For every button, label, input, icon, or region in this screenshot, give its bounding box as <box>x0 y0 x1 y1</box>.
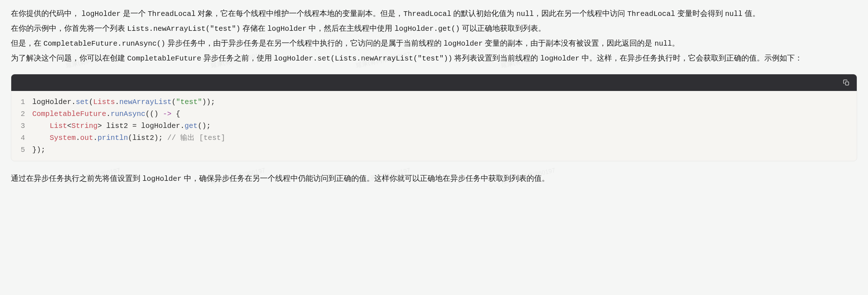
inline-code: null <box>654 40 672 48</box>
text: 中，然后在主线程中使用 <box>307 24 395 32</box>
text: 存储在 <box>240 24 268 32</box>
inline-code: logHolder.get() <box>394 25 460 33</box>
text: 中。这样，在异步任务执行时，它会获取到正确的值。示例如下： <box>579 54 802 62</box>
copy-icon <box>843 79 850 86</box>
inline-code: ThreadLocal <box>627 10 675 18</box>
text: 在你提供的代码中， <box>11 9 82 17</box>
explanation-text: 在你提供的代码中， logHolder 是一个 ThreadLocal 对象，它… <box>11 7 857 65</box>
paragraph-3: 但是，在 CompletableFuture.runAsync() 异步任务中，… <box>11 36 857 50</box>
line-number: 3 <box>11 120 32 132</box>
code-content: }); <box>32 144 45 156</box>
text: 异步任务中，由于异步任务是在另一个线程中执行的，它访问的是属于当前线程的 <box>165 39 444 47</box>
paragraph-1: 在你提供的代码中， logHolder 是一个 ThreadLocal 对象，它… <box>11 7 857 21</box>
inline-code: null <box>516 10 534 18</box>
line-number: 1 <box>11 96 32 108</box>
code-line: 3 List<String> list2 = logHolder.get(); <box>11 120 857 132</box>
code-content: logHolder.set(Lists.newArrayList("test")… <box>32 96 215 108</box>
text: 在你的示例中，你首先将一个列表 <box>11 24 127 32</box>
text: 异步任务之前，使用 <box>201 54 274 62</box>
inline-code: CompletableFuture <box>127 54 201 63</box>
text: 。 <box>672 39 679 47</box>
text: 通过在异步任务执行之前先将值设置到 <box>11 174 142 182</box>
text: 但是，在 <box>11 39 44 47</box>
copy-button[interactable] <box>842 79 850 87</box>
code-line: 1logHolder.set(Lists.newArrayList("test"… <box>11 96 857 108</box>
paragraph-2: 在你的示例中，你首先将一个列表 Lists.newArrayList("test… <box>11 21 857 36</box>
inline-code: logHolder <box>444 40 483 48</box>
text: 的默认初始化值为 <box>451 9 516 17</box>
inline-code: Lists.newArrayList("test") <box>127 25 240 33</box>
inline-code: ThreadLocal <box>148 10 196 18</box>
inline-code: ThreadLocal <box>403 10 451 18</box>
code-line: 2CompletableFuture.runAsync(() -> { <box>11 108 857 120</box>
code-line: 5}); <box>11 144 857 156</box>
text: 是一个 <box>121 9 148 17</box>
inline-code: logHolder <box>540 54 579 63</box>
svg-rect-0 <box>846 82 849 85</box>
code-content: List<String> list2 = logHolder.get(); <box>32 120 211 132</box>
text: 对象，它在每个线程中维护一个线程本地的变量副本。但是， <box>196 9 404 17</box>
code-block: 1logHolder.set(Lists.newArrayList("test"… <box>11 74 857 161</box>
text: 变量的副本，由于副本没有被设置，因此返回的是 <box>483 39 655 47</box>
conclusion-text: 通过在异步任务执行之前先将值设置到 logHolder 中，确保异步任务在另一个… <box>11 171 857 186</box>
text: 将列表设置到当前线程的 <box>452 54 541 62</box>
line-number: 2 <box>11 108 32 120</box>
text: 变量时会得到 <box>675 9 725 17</box>
text: 值。 <box>743 9 760 17</box>
text: ，因此在另一个线程中访问 <box>534 9 627 17</box>
paragraph-4: 为了解决这个问题，你可以在创建 CompletableFuture 异步任务之前… <box>11 51 857 65</box>
code-content: CompletableFuture.runAsync(() -> { <box>32 108 180 120</box>
inline-code: logHolder.set(Lists.newArrayList("test")… <box>274 54 452 63</box>
inline-code: logHolder <box>268 25 307 33</box>
text: 为了解决这个问题，你可以在创建 <box>11 54 127 62</box>
code-line: 4 System.out.println(list2); // 输出 [test… <box>11 132 857 144</box>
text: 可以正确地获取到列表。 <box>460 24 546 32</box>
line-number: 5 <box>11 144 32 156</box>
paragraph-5: 通过在异步任务执行之前先将值设置到 logHolder 中，确保异步任务在另一个… <box>11 171 857 186</box>
code-body: 1logHolder.set(Lists.newArrayList("test"… <box>11 91 857 161</box>
inline-code: null <box>725 10 743 18</box>
inline-code: CompletableFuture.runAsync() <box>44 40 165 48</box>
text: 中，确保异步任务在另一个线程中仍能访问到正确的值。这样你就可以正确地在异步任务中… <box>182 174 549 182</box>
inline-code: logHolder <box>82 10 121 18</box>
code-block-header <box>11 74 857 91</box>
code-content: System.out.println(list2); // 输出 [test] <box>32 132 225 144</box>
inline-code: logHolder <box>142 175 182 183</box>
line-number: 4 <box>11 132 32 144</box>
